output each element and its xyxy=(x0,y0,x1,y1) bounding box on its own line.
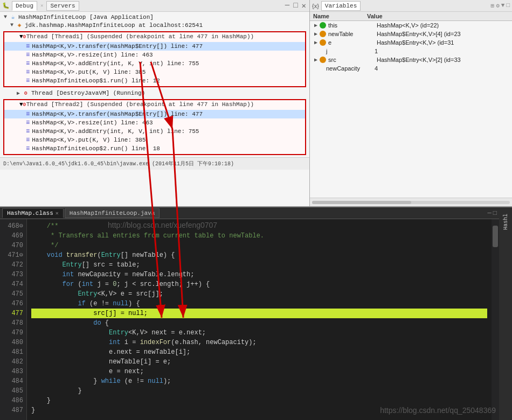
linenum-471: 471⊖ xyxy=(3,250,23,260)
thread1-frame-2[interactable]: ≡ HashMap<K,V>.addEntry(int, K, V, int) … xyxy=(4,59,305,68)
newTable-value: HashMap$Entry<K,V>[4] (id=23 xyxy=(377,31,461,37)
var-row-j[interactable]: ▶ j 1 xyxy=(310,47,512,55)
thread1-expand: ▼ xyxy=(19,33,23,40)
code-483: e = next; xyxy=(31,367,487,376)
thread1-frames: ≡ HashMap<K,V>.transfer(HashMap$Entry[])… xyxy=(4,41,305,86)
tab-debug[interactable]: Debug xyxy=(12,1,37,11)
class-icon: ◈ xyxy=(15,22,24,29)
linenum-479: 479 xyxy=(3,328,23,338)
t2-frame-icon-1: ≡ xyxy=(26,119,30,127)
close-debug-icon[interactable]: ✕ xyxy=(301,1,307,10)
debug-content: ▼ ☕ HashMapInfiniteLoop [Java Applicatio… xyxy=(0,12,309,206)
tab-hashmap-class-label: HashMap.class xyxy=(7,210,53,216)
src-value: HashMap$Entry<K,V>[2] (id=33 xyxy=(377,57,461,63)
thread1-frame-4[interactable]: ≡ HashMapInfiniteLoop$1.run() line: 12 xyxy=(4,76,305,85)
src-expand[interactable]: ▶ xyxy=(312,57,320,63)
thread2-header[interactable]: ▼ ⚙ Thread [Thread2] (Suspended (breakpo… xyxy=(4,100,305,109)
linenum-480: 480 xyxy=(3,338,23,347)
variables-content: Name Value ▶ this HashMap<K,V> (id=22) ▶… xyxy=(310,12,512,198)
linenum-477: 477 xyxy=(3,309,23,318)
code-484: } while (e != null); xyxy=(31,376,487,386)
j-value: 1 xyxy=(375,48,378,54)
editor-maximize-icon[interactable]: □ xyxy=(493,209,497,217)
code-469: * Transfers all entries from current tab… xyxy=(31,231,487,241)
app-node[interactable]: ▼ ☕ HashMapInfiniteLoop [Java Applicatio… xyxy=(0,13,309,21)
var-row-newTable[interactable]: ▶ newTable HashMap$Entry<K,V>[4] (id=23 xyxy=(310,30,512,38)
linenum-475: 475 xyxy=(3,289,23,299)
destroy-icon: ⚙ xyxy=(22,90,30,96)
t2-frame-icon-2: ≡ xyxy=(26,128,30,135)
tab-hashmap-close[interactable]: ✕ xyxy=(56,210,59,216)
tab-variables[interactable]: Variables xyxy=(321,1,361,11)
code-468: /** xyxy=(31,221,487,231)
debug-icon: 🐛 xyxy=(2,2,10,9)
newTable-expand[interactable]: ▶ xyxy=(312,31,320,37)
tab-hashmap-java[interactable]: HashMapInfiniteLoop.java xyxy=(65,208,160,218)
right-sidebar: Hashl xyxy=(499,207,512,420)
editor-tab-icons: ─ □ xyxy=(488,209,497,217)
maximize-icon[interactable]: □ xyxy=(292,1,299,10)
var-icon4[interactable]: □ xyxy=(506,2,510,9)
code-473: int newCapacity = newTable.length; xyxy=(31,270,487,279)
variables-section-icon: {x} xyxy=(312,3,319,9)
linenum-468: 468⊖ xyxy=(3,221,23,231)
thread2-frame-2[interactable]: ≡ HashMap<K,V>.addEntry(int, K, V, int) … xyxy=(4,127,305,136)
src-name: src xyxy=(328,57,377,63)
tab-hashmap-class[interactable]: HashMap.class ✕ xyxy=(2,208,64,218)
variables-hscrollbar[interactable] xyxy=(310,198,512,206)
var-row-this[interactable]: ▶ this HashMap<K,V> (id=22) xyxy=(310,21,512,30)
editor-scrollbar[interactable] xyxy=(492,219,499,420)
thread2-frames: ≡ HashMap<K,V>.transfer(HashMap$Entry[])… xyxy=(4,109,305,154)
code-475: Entry<K,V> e = src[j]; xyxy=(31,289,487,299)
code-470: */ xyxy=(31,241,487,250)
frame-icon-4: ≡ xyxy=(26,77,30,85)
thread2-frame-1[interactable]: ≡ HashMap<K,V>.resize(int) line: 463 xyxy=(4,118,305,127)
var-icon3[interactable]: ▼ xyxy=(501,2,505,9)
code-472: Entry[] src = table; xyxy=(31,260,487,270)
thread1-header[interactable]: ▼ ⚙ Thread [Thread1] (Suspended (breakpo… xyxy=(4,32,305,41)
var-row-newCapacity[interactable]: ▶ newCapacity 4 xyxy=(310,64,512,73)
linenum-478: 478 xyxy=(3,318,23,328)
main-class-node[interactable]: ▼ ◈ jdk.hashmap.HashMapInfiniteLoop at l… xyxy=(0,21,309,29)
j-name: j xyxy=(326,48,375,54)
code-478: do { xyxy=(31,318,487,328)
tab-sep: ✕ xyxy=(40,3,43,9)
e-expand[interactable]: ▶ xyxy=(312,39,320,46)
minimize-icon[interactable]: ─ xyxy=(284,1,290,10)
variables-tab-bar: {x} Variables ⊞ ⚙ ▼ □ xyxy=(310,0,512,12)
var-row-src[interactable]: ▶ src HashMap$Entry<K,V>[2] (id=33 xyxy=(310,55,512,64)
this-dot xyxy=(320,22,326,29)
thread1-frame-0[interactable]: ≡ HashMap<K,V>.transfer(HashMap$Entry[])… xyxy=(4,42,305,51)
code-area: 468⊖ 469 470 471⊖ 472 473 474 475 476 47… xyxy=(0,219,499,420)
editor-minimize-icon[interactable]: ─ xyxy=(488,209,492,217)
this-expand[interactable]: ▶ xyxy=(312,22,320,29)
linenum-474: 474 xyxy=(3,279,23,289)
thread2-frame-4[interactable]: ≡ HashMapInfiniteLoop$2.run() line: 18 xyxy=(4,144,305,153)
tab-servers[interactable]: Servers xyxy=(46,1,79,11)
thread2-box: ▼ ⚙ Thread [Thread2] (Suspended (breakpo… xyxy=(3,99,306,155)
var-row-e[interactable]: ▶ e HashMap$Entry<K,V> (id=31 xyxy=(310,38,512,47)
code-474: for (int j = 0; j < src.length; j++) { xyxy=(31,279,487,289)
thread1-frame-1[interactable]: ≡ HashMap<K,V>.resize(int) line: 463 xyxy=(4,51,305,59)
var-icon2[interactable]: ⚙ xyxy=(496,2,500,9)
thread2-frame-0[interactable]: ≡ HashMap<K,V>.transfer(HashMap$Entry[])… xyxy=(4,110,305,118)
sidebar-label[interactable]: Hashl xyxy=(503,214,509,230)
thread1-frame-3[interactable]: ≡ HashMap<K,V>.put(K, V) line: 385 xyxy=(4,68,305,76)
thread2-frame-3[interactable]: ≡ HashMap<K,V>.put(K, V) line: 385 xyxy=(4,136,305,144)
linenum-486: 486 xyxy=(3,396,23,405)
code-479: Entry<K,V> next = e.next; xyxy=(31,328,487,338)
line-numbers: 468⊖ 469 470 471⊖ 472 473 474 475 476 47… xyxy=(0,219,27,420)
editor-main: HashMap.class ✕ HashMapInfiniteLoop.java… xyxy=(0,207,499,420)
java-app-icon: ☕ xyxy=(9,13,17,20)
collapse-icon: ▼ xyxy=(2,14,9,20)
thread-destroy[interactable]: ▶ ⚙ Thread [DestroyJavaVM] (Running) xyxy=(0,89,309,97)
t2-frame-icon-4: ≡ xyxy=(26,145,30,152)
code-471: void transfer(Entry[] newTable) { xyxy=(31,250,487,260)
frame-icon-3: ≡ xyxy=(26,68,30,76)
newCapacity-name: newCapacity xyxy=(326,65,375,72)
var-icon1[interactable]: ⊞ xyxy=(491,2,495,9)
code-content: /** * Transfers all entries from current… xyxy=(27,219,492,420)
debug-status: D:\env\Java1.6.0_45\jdk1.6.0_45\bin\java… xyxy=(0,157,309,170)
scrollbar-thumb[interactable] xyxy=(493,226,498,247)
code-486: } xyxy=(31,396,487,405)
